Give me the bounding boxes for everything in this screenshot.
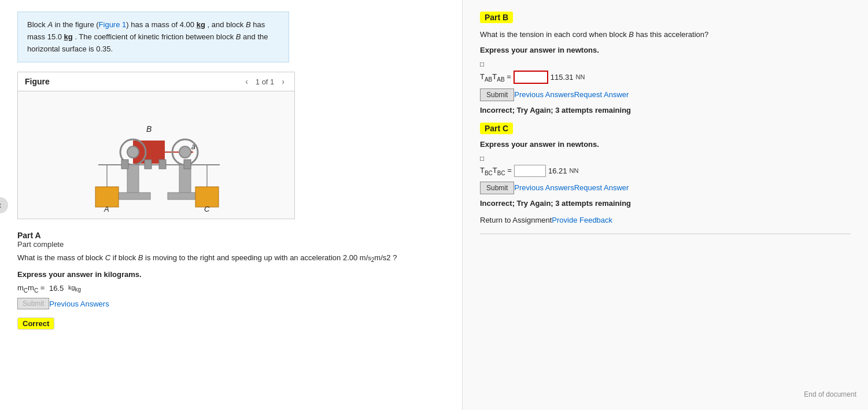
part-b-checkbox-placeholder: □ [480, 60, 484, 68]
block-A-rect [95, 187, 119, 207]
part-a-title: Part A [17, 231, 445, 240]
figure-page: 1 of 1 [256, 77, 275, 86]
part-c-value: 16.21 [548, 167, 567, 175]
part-c-var-label: TBCTBC = [480, 166, 512, 176]
part-c-submit-btn[interactable]: Submit [480, 182, 514, 194]
left-pulley-inner [127, 146, 139, 158]
part-c-answer-row: TBCTBC = 16.21 NN [480, 165, 851, 177]
left-support [127, 165, 139, 194]
figure-prev-btn[interactable]: ‹ [242, 76, 251, 87]
figure-link[interactable]: Figure 1 [99, 20, 127, 29]
figure-section: Figure ‹ 1 of 1 › B a⃗ [17, 72, 295, 219]
part-b-question: What is the tension in each cord when bl… [480, 29, 851, 41]
part-a-submit-btn[interactable]: Submit [17, 298, 49, 309]
return-label: Return to Assignment [480, 216, 552, 224]
right-pulley-inner [179, 146, 191, 158]
part-a-express: Express your answer in kilograms. [17, 270, 445, 279]
return-row: Return to AssignmentProvide Feedback [480, 216, 851, 224]
part-a-section: Part A Part complete What is the mass of… [17, 231, 445, 330]
part-b-express: Express your answer in newtons. [480, 46, 851, 54]
part-b-input[interactable] [514, 71, 548, 84]
part-a-btn-row: Submit Previous Answers [17, 298, 445, 309]
part-b-unit: NN [576, 73, 585, 80]
part-b-incorrect: Incorrect; Try Again; 3 attempts remaini… [480, 106, 851, 114]
part-b-answer-row: TABTAB = 115.31 NN [480, 71, 851, 84]
separator [480, 234, 851, 234]
part-c-request-answer-link[interactable]: Request Answer [574, 183, 629, 192]
part-c-checkbox-placeholder: □ [480, 154, 484, 162]
clamp-mid-right [159, 160, 166, 169]
block-C-label: C [204, 205, 210, 213]
var-A: A [47, 20, 53, 29]
block-B-label: B [146, 124, 152, 134]
mass-A-unit: kg [197, 20, 205, 29]
part-a-status: Part complete [17, 240, 445, 249]
figure-label: Figure [25, 77, 50, 86]
mass-B-unit: kg [64, 32, 73, 41]
left-base [116, 193, 150, 200]
part-b-value: 115.31 [551, 73, 574, 82]
left-panel: ‹ Block A in the figure (Figure 1) has a… [0, 0, 463, 410]
part-c-badge: Part C [480, 123, 513, 134]
clamp-left [121, 160, 128, 169]
part-b-btn-row: SubmitPrevious AnswersRequest Answer [480, 88, 851, 101]
part-a-var-label: mCmC = [17, 283, 45, 294]
clamp-right [184, 160, 191, 169]
part-c-section: Part C Express your answer in newtons. □… [480, 123, 851, 224]
part-c-incorrect: Incorrect; Try Again; 3 attempts remaini… [480, 199, 851, 208]
var-B2: B [236, 32, 241, 41]
figure-image: B a⃗ [18, 91, 294, 219]
problem-statement: Block A in the figure (Figure 1) has a m… [17, 12, 289, 62]
figure-next-btn[interactable]: › [279, 76, 287, 87]
part-c-prev-answers-link[interactable]: Previous Answers [514, 183, 574, 192]
part-b-badge: Part B [480, 12, 513, 23]
block-A-label: A [104, 205, 109, 213]
figure-nav: ‹ 1 of 1 › [242, 76, 287, 87]
provide-feedback-link[interactable]: Provide Feedback [552, 216, 612, 224]
block-C-rect [195, 187, 219, 207]
right-panel: Part B What is the tension in each cord … [463, 0, 868, 410]
var-B: B [246, 20, 251, 29]
part-a-value: 16.5 [47, 284, 66, 293]
part-b-section: Part B What is the tension in each cord … [480, 12, 851, 114]
part-a-question: What is the mass of block C if block B i… [17, 252, 434, 265]
left-nav-arrow[interactable]: ‹ [0, 197, 8, 213]
part-b-prev-answers-link[interactable]: Previous Answers [514, 90, 574, 99]
clamp-mid-left [145, 160, 152, 169]
part-c-btn-row: SubmitPrevious AnswersRequest Answer [480, 182, 851, 194]
correct-badge: Correct [17, 317, 54, 330]
part-b-var-label: TABTAB = [480, 72, 511, 83]
part-c-input[interactable] [514, 165, 546, 177]
pulley-diagram: B a⃗ [64, 97, 249, 213]
part-a-unit: kgkg [68, 284, 81, 293]
part-b-request-answer-link[interactable]: Request Answer [574, 90, 629, 99]
part-c-unit: NN [569, 167, 578, 174]
end-of-document: End of document [804, 390, 856, 398]
figure-header: Figure ‹ 1 of 1 › [18, 72, 294, 91]
part-a-answer-row: mCmC = 16.5 kgkg [17, 283, 445, 294]
part-b-submit-btn[interactable]: Submit [480, 88, 514, 101]
part-c-express: Express your answer in newtons. [480, 140, 851, 149]
part-a-prev-answers-link[interactable]: Previous Answers [49, 300, 109, 308]
